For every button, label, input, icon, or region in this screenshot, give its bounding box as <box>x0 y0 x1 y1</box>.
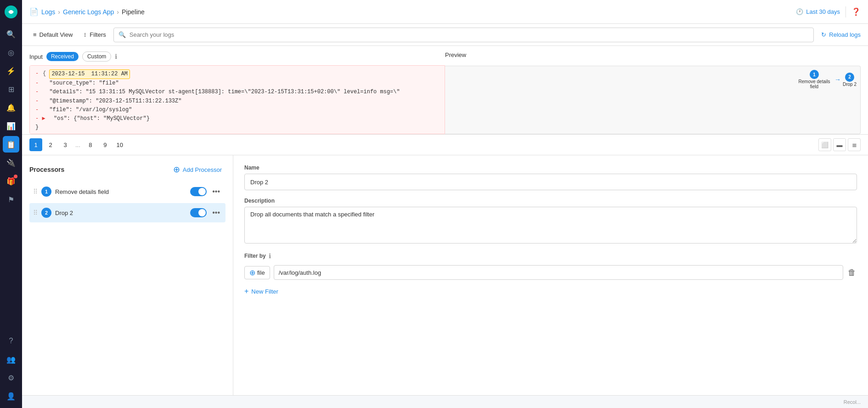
input-preview-section: Input Received Custom ℹ - { 2023-12-15 1… <box>22 46 868 135</box>
filter-by-row: Filter by ℹ <box>244 252 857 260</box>
name-input[interactable] <box>244 174 857 190</box>
breadcrumb-current: Pipeline <box>122 8 145 16</box>
list-icon: ≣ <box>852 142 857 148</box>
sidebar-item-dashboard[interactable]: 📊 <box>3 118 19 134</box>
input-panel: - { 2023-12-15 11:31:22 AM - "source_typ… <box>29 65 445 134</box>
sidebar-item-user[interactable]: 👤 <box>3 388 19 404</box>
topbar-divider <box>845 6 846 17</box>
sidebar-item-lightning[interactable]: ⚡ <box>3 62 19 79</box>
filter-by-label: Filter by <box>244 253 266 259</box>
sidebar-item-settings[interactable]: ⚙ <box>3 369 19 386</box>
description-textarea[interactable]: Drop all documents that match a specifie… <box>244 207 857 244</box>
input-label: Input <box>29 53 43 60</box>
step2-label[interactable]: Drop 2 <box>843 82 857 87</box>
preview-panel: 1 Remove details field → 2 Drop 2 <box>445 66 861 134</box>
code-line-7: } <box>35 123 439 132</box>
processor-badge-1: 1 <box>41 187 51 197</box>
preview-label: Preview <box>445 51 466 62</box>
processors-header: Processors ⊕ Add Processor <box>29 163 225 176</box>
breadcrumb-app-link[interactable]: Generic Logs App <box>63 8 114 16</box>
sidebar-item-gift[interactable]: 🎁 <box>3 173 19 189</box>
topbar-help-icon[interactable]: ❓ <box>851 7 861 16</box>
user-icon: 👤 <box>6 392 16 401</box>
view-icon-compact[interactable]: ▬ <box>833 138 846 151</box>
search-bar: 🔍 <box>113 28 814 42</box>
filter-delete-button[interactable]: 🗑 <box>847 267 857 278</box>
main-content: 📄 Logs › Generic Logs App › Pipeline 🕐 L… <box>22 0 868 408</box>
page-btn-9[interactable]: 9 <box>99 138 112 151</box>
filter-info-icon[interactable]: ℹ <box>269 252 271 260</box>
sidebar-item-team[interactable]: 👥 <box>3 351 19 368</box>
filter-field-plus-icon: ⊕ <box>249 268 255 277</box>
processor-item-1[interactable]: ⠿ 1 Remove details field ••• <box>29 182 225 201</box>
filter-field-tag[interactable]: ⊕ file <box>244 266 270 279</box>
help-icon: ? <box>9 337 13 345</box>
tab-received[interactable]: Received <box>46 52 79 61</box>
sidebar-item-logs[interactable]: 📋 <box>3 136 19 153</box>
secondbar: ≡ Default View ⫶ Filters 🔍 ↻ Reload logs <box>22 24 868 46</box>
page-btn-8[interactable]: 8 <box>84 138 97 151</box>
drag-handle-2[interactable]: ⠿ <box>33 209 38 216</box>
breadcrumb-icon: 📄 <box>29 7 39 16</box>
time-range-selector[interactable]: 🕐 Last 30 days <box>796 8 840 15</box>
topbar: 📄 Logs › Generic Logs App › Pipeline 🕐 L… <box>22 0 868 24</box>
view-icon-list[interactable]: ≣ <box>848 138 861 151</box>
reload-button[interactable]: ↻ Reload logs <box>821 31 861 38</box>
toggle-1[interactable] <box>190 187 207 196</box>
more-btn-2[interactable]: ••• <box>210 208 222 218</box>
sidebar-item-flag[interactable]: ⚑ <box>3 191 19 208</box>
filter-value-input[interactable] <box>274 265 843 280</box>
step2-badge[interactable]: 2 <box>845 73 854 82</box>
svg-point-1 <box>9 10 13 14</box>
processors-title: Processors <box>29 166 64 173</box>
input-header: Input Received Custom ℹ <box>29 51 445 62</box>
tab-custom[interactable]: Custom <box>82 51 111 62</box>
step1-label[interactable]: Remove details field <box>796 79 833 89</box>
input-info-icon[interactable]: ℹ <box>115 53 117 60</box>
integrations-icon: 🔌 <box>6 159 16 167</box>
filters-button[interactable]: ⫶ Filters <box>84 31 106 38</box>
filter-field-name: file <box>257 269 265 276</box>
time-range-label: Last 30 days <box>806 8 840 15</box>
default-view-button[interactable]: ≡ Default View <box>29 29 76 40</box>
toggle-2[interactable] <box>190 208 207 217</box>
search-bar-icon: 🔍 <box>118 31 126 38</box>
code-line-4: - "@timestamp": "2023-12-15T11:31:22.133… <box>35 97 439 106</box>
processors-section: Processors ⊕ Add Processor ⠿ 1 Remove de… <box>22 155 868 395</box>
breadcrumb: 📄 Logs › Generic Logs App › Pipeline <box>29 7 145 16</box>
step1-badge[interactable]: 1 <box>810 70 819 79</box>
sidebar-item-help[interactable]: ? <box>3 333 19 349</box>
expand-icon: ⬜ <box>821 142 829 148</box>
view-icon: ≡ <box>33 31 37 38</box>
team-icon: 👥 <box>6 355 16 364</box>
page-btn-10[interactable]: 10 <box>113 138 126 151</box>
code-line-3: - "details": "15 13:31:15 MySQLVector st… <box>35 88 439 96</box>
drag-handle-1[interactable]: ⠿ <box>33 188 38 195</box>
filter-field-row: ⊕ file 🗑 <box>244 265 857 280</box>
bell-icon: 🔔 <box>6 103 16 112</box>
page-btn-2[interactable]: 2 <box>44 138 57 151</box>
page-btn-3[interactable]: 3 <box>59 138 72 151</box>
sidebar-item-search[interactable]: 🔍 <box>3 26 19 42</box>
processor-item-2[interactable]: ⠿ 2 Drop 2 ••• <box>29 203 225 222</box>
sidebar-item-integrations[interactable]: 🔌 <box>3 154 19 171</box>
timestamp-highlight: 2023-12-15 11:31:22 AM <box>49 69 130 79</box>
processors-panel: Processors ⊕ Add Processor ⠿ 1 Remove de… <box>22 155 233 395</box>
add-processor-button[interactable]: ⊕ Add Processor <box>169 163 225 176</box>
page-btn-1[interactable]: 1 <box>29 138 42 151</box>
code-line-1: - { 2023-12-15 11:31:22 AM <box>35 69 439 79</box>
gift-icon: 🎁 <box>6 177 16 186</box>
preview-header: Preview <box>445 51 861 62</box>
more-btn-1[interactable]: ••• <box>210 187 222 197</box>
sidebar-item-grid[interactable]: ⊞ <box>3 81 19 97</box>
grid-icon: ⊞ <box>8 85 14 94</box>
breadcrumb-logs-link[interactable]: Logs <box>41 8 55 16</box>
new-filter-button[interactable]: + New Filter <box>244 285 278 297</box>
bottom-bar: Recol... <box>22 395 868 408</box>
code-line-5: - "file": "/var/log/syslog" <box>35 106 439 114</box>
search-input[interactable] <box>130 31 809 38</box>
sidebar-item-observability[interactable]: ◎ <box>3 44 19 61</box>
name-label: Name <box>244 164 857 171</box>
view-icon-expanded[interactable]: ⬜ <box>818 138 831 151</box>
sidebar-item-bell[interactable]: 🔔 <box>3 99 19 116</box>
